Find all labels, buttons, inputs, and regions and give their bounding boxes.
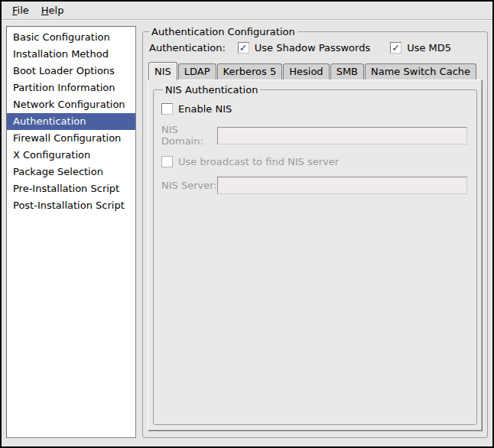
tab-name-switch-cache[interactable]: Name Switch Cache [365, 63, 476, 80]
checkbox-unchecked-icon [161, 156, 173, 167]
use-md5-label: Use MD5 [407, 42, 451, 54]
nis-authentication-title: NIS Authentication [163, 84, 260, 96]
use-md5-checkbox[interactable]: ✓ Use MD5 [390, 42, 451, 54]
menu-bar: File Help [2, 2, 492, 20]
menu-help-mnemonic: H [41, 5, 49, 16]
sidebar-item-package-selection[interactable]: Package Selection [7, 164, 135, 180]
nis-domain-label: NIS Domain: [161, 124, 217, 147]
checkbox-checked-icon: ✓ [238, 42, 249, 54]
authentication-options-row: Authentication: ✓ Use Shadow Passwords ✓… [148, 39, 483, 60]
tab-hesiod[interactable]: Hesiod [283, 63, 329, 80]
sidebar-item-basic-configuration[interactable]: Basic Configuration [7, 29, 135, 46]
nis-domain-input [217, 127, 467, 144]
nis-authentication-frame: NIS Authentication Enable NIS NIS Domain… [153, 84, 477, 425]
tab-kerberos-5[interactable]: Kerberos 5 [217, 63, 283, 80]
authentication-configuration-frame: Authentication Configuration Authenticat… [142, 26, 488, 438]
sidebar-item-network-configuration[interactable]: Network Configuration [7, 96, 135, 113]
use-shadow-passwords-label: Use Shadow Passwords [255, 42, 370, 54]
tab-nis[interactable]: NIS [148, 62, 177, 80]
menu-file[interactable]: File [6, 3, 35, 18]
tab-smb[interactable]: SMB [330, 63, 364, 80]
enable-nis-checkbox[interactable]: Enable NIS [161, 103, 232, 115]
auth-notebook: NIS LDAP Kerberos 5 Hesiod SMB Name Swit… [148, 61, 483, 431]
enable-nis-label: Enable NIS [178, 103, 232, 115]
main-area: Basic Configuration Installation Method … [2, 20, 492, 446]
nis-tab-panel: NIS Authentication Enable NIS NIS Domain… [148, 80, 483, 431]
menu-help-label: elp [49, 5, 64, 16]
empty-space [161, 194, 467, 420]
sidebar-item-x-configuration[interactable]: X Configuration [7, 147, 135, 164]
authentication-configuration-title: Authentication Configuration [149, 26, 297, 37]
sidebar-item-authentication[interactable]: Authentication [7, 113, 135, 130]
sidebar-item-installation-method[interactable]: Installation Method [7, 46, 135, 63]
nis-server-label: NIS Server: [161, 180, 217, 191]
kickstart-configurator-window: File Help Basic Configuration Installati… [0, 0, 494, 448]
checkbox-unchecked-icon [161, 103, 173, 115]
menu-help[interactable]: Help [35, 3, 70, 18]
section-list: Basic Configuration Installation Method … [6, 26, 136, 438]
nis-server-input [217, 177, 467, 194]
checkbox-checked-icon: ✓ [390, 42, 401, 54]
use-broadcast-label: Use broadcast to find NIS server [178, 156, 339, 167]
sidebar-item-post-installation-script[interactable]: Post-Installation Script [7, 197, 135, 214]
sidebar-item-pre-installation-script[interactable]: Pre-Installation Script [7, 180, 135, 197]
tab-ldap[interactable]: LDAP [178, 63, 216, 80]
nis-server-row: NIS Server: [161, 177, 467, 194]
sidebar-item-firewall-configuration[interactable]: Firewall Configuration [7, 130, 135, 147]
use-broadcast-checkbox: Use broadcast to find NIS server [161, 156, 339, 167]
broadcast-row: Use broadcast to find NIS server [161, 156, 467, 167]
sidebar-item-boot-loader-options[interactable]: Boot Loader Options [7, 63, 135, 80]
enable-nis-row: Enable NIS [161, 103, 467, 115]
tab-row: NIS LDAP Kerberos 5 Hesiod SMB Name Swit… [148, 61, 483, 80]
menu-file-label: ile [18, 5, 29, 16]
sidebar-item-partition-information[interactable]: Partition Information [7, 80, 135, 96]
use-shadow-passwords-checkbox[interactable]: ✓ Use Shadow Passwords [238, 42, 370, 54]
authentication-row-label: Authentication: [149, 42, 226, 54]
nis-domain-row: NIS Domain: [161, 124, 467, 147]
